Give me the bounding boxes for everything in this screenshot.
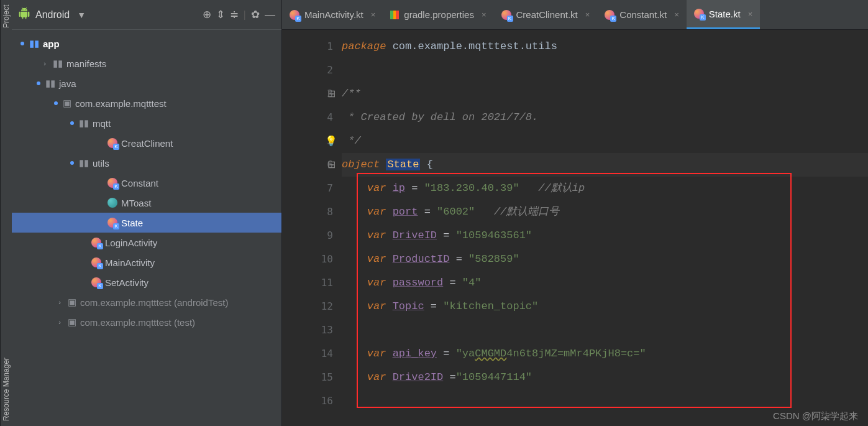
tree-pkg-main[interactable]: ▣com.example.mqtttest	[12, 93, 281, 113]
tree-loginactivity[interactable]: LoginActivity	[12, 233, 281, 252]
kotlin-file-icon	[605, 10, 614, 20]
tab-gradleproperties[interactable]: gradle.properties×	[383, 0, 493, 29]
gear-icon[interactable]: ✿	[251, 8, 260, 21]
tab-mainactivity[interactable]: MainActivity.kt×	[282, 0, 383, 29]
tree-utils[interactable]: ▮▮utils	[12, 153, 281, 173]
annotation-highlight-box	[357, 173, 792, 408]
kotlin-file-icon	[91, 238, 101, 248]
tree-mainactivity[interactable]: MainActivity	[12, 252, 281, 272]
kotlin-file-icon	[694, 9, 704, 19]
package-icon: ▣	[68, 317, 76, 328]
code-area[interactable]: package com.example.mqtttest.utils /** *…	[338, 30, 868, 426]
hide-icon[interactable]: —	[265, 9, 275, 21]
tree-manifests[interactable]: ›▮▮manifests	[12, 53, 281, 73]
kotlin-file-icon	[107, 138, 117, 148]
collapse-icon[interactable]: ⇕	[216, 8, 225, 21]
properties-icon	[390, 11, 399, 19]
close-icon[interactable]: ×	[585, 10, 590, 19]
close-icon[interactable]: ×	[371, 10, 376, 19]
project-tree: ▮▮app ›▮▮manifests ▮▮java ▣com.example.m…	[12, 30, 281, 336]
sidebar-header: Android ▼ ⊕ ⇕ ≑ | ✿ —	[12, 0, 281, 30]
bulb-icon[interactable]: 💡	[324, 129, 338, 153]
tree-state[interactable]: State	[12, 213, 281, 233]
kotlin-class-icon	[107, 198, 117, 208]
tree-java[interactable]: ▮▮java	[12, 73, 281, 93]
vertical-tabs-left: Resource Manager Project	[0, 0, 12, 426]
folder-icon: ▮▮	[79, 157, 89, 169]
module-icon: ▮▮	[29, 38, 39, 49]
tree-setactivity[interactable]: SetActivity	[12, 272, 281, 292]
kotlin-file-icon	[501, 10, 511, 20]
chevron-right-icon: ›	[55, 318, 64, 326]
kotlin-file-icon	[290, 10, 299, 20]
tree-mtoast[interactable]: MToast	[12, 193, 281, 213]
select-opened-file-icon[interactable]: ⊕	[203, 8, 211, 21]
close-icon[interactable]: ×	[748, 9, 753, 19]
tree-app[interactable]: ▮▮app	[12, 34, 281, 53]
dropdown-icon[interactable]: ▼	[77, 10, 86, 20]
vtab-resource-manager[interactable]: Resource Manager	[2, 358, 11, 421]
tree-pkg-test[interactable]: ›▣com.example.mqtttest (test)	[12, 312, 281, 332]
main-area: MainActivity.kt× gradle.properties× Crea…	[282, 0, 868, 426]
editor-tabs: MainActivity.kt× gradle.properties× Crea…	[282, 0, 868, 30]
folder-icon: ▮▮	[79, 118, 89, 129]
chevron-right-icon: ›	[40, 60, 49, 67]
sidebar-title: Android	[35, 9, 70, 21]
kotlin-file-icon	[107, 178, 117, 188]
tree-constant[interactable]: Constant	[12, 173, 281, 193]
tab-constant[interactable]: Constant.kt×	[597, 0, 686, 29]
vtab-project[interactable]: Project	[2, 5, 11, 28]
close-icon[interactable]: ×	[482, 10, 487, 19]
folder-icon: ▮▮	[53, 58, 63, 69]
kotlin-file-icon	[107, 218, 117, 228]
folder-icon: ▮▮	[45, 78, 55, 89]
kotlin-file-icon	[91, 257, 101, 267]
tab-creatclinent[interactable]: CreatClinent.kt×	[494, 0, 598, 29]
editor[interactable]: 12345678910111213141516 ⊟💡⊟ package com.…	[282, 30, 868, 426]
tree-mqtt[interactable]: ▮▮mqtt	[12, 113, 281, 133]
package-icon: ▣	[63, 98, 71, 109]
tree-pkg-androidtest[interactable]: ›▣com.example.mqtttest (androidTest)	[12, 292, 281, 312]
expand-icon[interactable]: ≑	[230, 8, 239, 21]
android-icon	[18, 7, 30, 22]
close-icon[interactable]: ×	[674, 10, 679, 19]
chevron-right-icon: ›	[55, 299, 64, 306]
tab-state[interactable]: State.kt×	[687, 0, 760, 29]
package-icon: ▣	[68, 297, 76, 308]
gutter-icons: ⊟💡⊟	[324, 35, 338, 413]
tree-creatclinent[interactable]: CreatClinent	[12, 133, 281, 153]
kotlin-file-icon	[91, 277, 101, 287]
project-sidebar: Android ▼ ⊕ ⇕ ≑ | ✿ — ▮▮app ›▮▮manifests…	[12, 0, 282, 426]
divider: |	[244, 9, 246, 21]
